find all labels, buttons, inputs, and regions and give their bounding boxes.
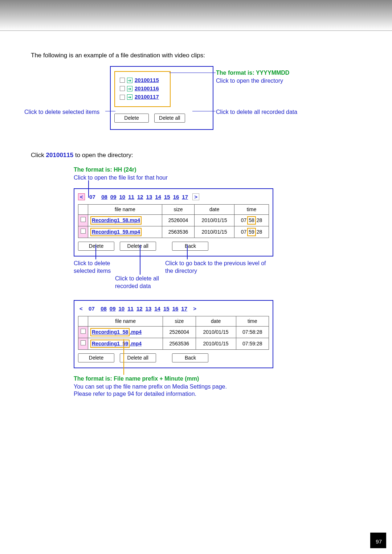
file-list-panel-2: < 07 08091011121314151617 > file name si…	[74, 300, 273, 368]
hour-link[interactable]: 16	[172, 194, 181, 200]
file-size: 2526004	[162, 215, 194, 226]
hour-link[interactable]: 13	[144, 305, 153, 312]
file-date: 2010/01/15	[196, 338, 236, 349]
hour-link[interactable]: 14	[153, 305, 162, 312]
directory-row[interactable]: 20100117	[120, 93, 166, 100]
hour-prev-icon[interactable]: <	[78, 305, 84, 312]
table-row: Recording1 58.mp4 2526004 2010/01/15 07:…	[78, 327, 269, 338]
col-filename: file name	[88, 316, 163, 327]
folder-enter-icon[interactable]	[127, 78, 132, 83]
folder-enter-icon[interactable]	[127, 94, 132, 100]
col-time: time	[234, 205, 269, 215]
table-header-row: file name size date time	[78, 316, 269, 327]
file-link[interactable]: Recording1 59	[92, 341, 128, 346]
directory-link-inline[interactable]: 20100115	[46, 152, 74, 159]
format-yyyymmdd-label: The format is: YYYYMMDD	[216, 69, 289, 77]
file-link[interactable]: Recording1 58.mp4	[90, 216, 142, 225]
delete-all-button[interactable]: Delete all	[120, 242, 156, 251]
col-date: date	[196, 316, 236, 327]
hour-link[interactable]: 09	[109, 194, 118, 200]
connector-line	[192, 111, 216, 112]
hour-link[interactable]: 10	[118, 194, 127, 200]
connector-line	[169, 73, 216, 73]
hour-link[interactable]: 14	[154, 194, 163, 200]
file-time: 07:59:28	[236, 338, 269, 349]
checkbox-icon[interactable]	[120, 78, 125, 83]
hour-prev-icon[interactable]: <	[78, 193, 85, 200]
text: to open the directory:	[73, 152, 133, 159]
open-filelist-label: Click to open the file list for that hou…	[74, 174, 168, 182]
checkbox-icon[interactable]	[81, 217, 86, 222]
table-row: Recording1 59.mp4 2563536 2010/01/15 075…	[78, 226, 269, 238]
checkbox-header	[78, 205, 88, 215]
file-time: 07:58:28	[236, 327, 269, 338]
checkbox-icon[interactable]	[81, 340, 86, 345]
hour-link[interactable]: 17	[180, 305, 189, 312]
delete-all-button[interactable]: Delete all	[120, 353, 156, 362]
format-prefix-label: The format is: File name prefix + Minute…	[74, 375, 199, 383]
file-link[interactable]: Recording1 58	[92, 329, 128, 335]
hour-next-icon[interactable]: >	[192, 193, 199, 200]
file-link[interactable]: Recording1 59.mp4	[90, 228, 142, 236]
hour-link[interactable]: 11	[127, 194, 136, 200]
checkbox-icon[interactable]	[81, 229, 86, 234]
connector-line	[140, 245, 140, 275]
connector-line	[95, 245, 96, 259]
checkbox-header	[78, 316, 88, 327]
directory-link[interactable]: 20100117	[135, 93, 159, 100]
directory-row[interactable]: 20100116	[120, 85, 166, 92]
col-size: size	[162, 205, 194, 215]
hour-next-icon[interactable]: >	[192, 305, 198, 312]
back-button[interactable]: Back	[172, 353, 208, 362]
page-number: 97	[370, 533, 386, 548]
connector-line	[105, 111, 115, 112]
file-list-panel-1: < 07 08091011121314151617 > file name si…	[74, 188, 273, 257]
table-header-row: file name size date time	[78, 205, 269, 215]
hour-link[interactable]: 16	[171, 305, 180, 312]
delete-all-label: Click to delete all recorded data	[216, 108, 297, 116]
delete-button[interactable]: Delete	[114, 114, 149, 123]
hour-link[interactable]: 15	[162, 305, 171, 312]
col-date: date	[195, 205, 234, 215]
delete-button[interactable]: Delete	[78, 353, 114, 362]
connector-line	[123, 339, 124, 375]
format-hh-label: The format is: HH (24r)	[74, 166, 136, 174]
file-ext: .mp4	[130, 341, 142, 346]
hour-link[interactable]: 08	[99, 305, 108, 312]
hour-bar: < 07 08091011121314151617 >	[78, 193, 269, 201]
hour-bar: < 07 08091011121314151617 >	[78, 305, 269, 312]
hour-link[interactable]: 10	[117, 305, 126, 312]
hour-link[interactable]: 08	[100, 194, 109, 200]
checkbox-icon[interactable]	[120, 86, 125, 91]
hour-link[interactable]: 17	[180, 194, 189, 200]
hour-link[interactable]: 13	[145, 194, 154, 200]
delete-all-button[interactable]: Delete all	[154, 114, 185, 123]
back-label: Click to go back to the previous level o…	[165, 259, 270, 275]
col-time: time	[236, 316, 269, 327]
hour-link[interactable]: 12	[136, 194, 145, 200]
delete-button[interactable]: Delete	[78, 242, 114, 251]
col-filename: file name	[88, 205, 162, 215]
open-directory-label: Click to open the directory	[216, 77, 283, 85]
checkbox-icon[interactable]	[81, 329, 86, 334]
hour-link[interactable]: 12	[135, 305, 144, 312]
delete-all-label: Click to delete all recorded data	[115, 275, 177, 290]
file-date: 2010/01/15	[195, 215, 234, 226]
hour-selected[interactable]: 07	[88, 194, 97, 200]
delete-selected-label: Click to delete selected items	[74, 259, 128, 275]
hour-link[interactable]: 11	[126, 305, 135, 312]
folder-enter-icon[interactable]	[127, 86, 132, 91]
hour-link[interactable]: 15	[163, 194, 172, 200]
delete-selected-label: Click to delete selected items	[24, 108, 99, 116]
file-size: 2526004	[163, 327, 196, 338]
directory-row[interactable]: 20100115	[120, 77, 166, 84]
file-time: 075928	[234, 226, 269, 238]
checkbox-icon[interactable]	[120, 95, 125, 100]
directory-link[interactable]: 20100116	[135, 85, 159, 92]
hour-link[interactable]: 09	[108, 305, 117, 312]
hour-selected[interactable]: 07	[87, 305, 96, 312]
back-button[interactable]: Back	[172, 242, 208, 251]
directory-link[interactable]: 20100115	[135, 77, 159, 84]
file-ext: .mp4	[130, 329, 142, 335]
directory-highlight: 20100115 20100116 20100117	[114, 71, 171, 107]
